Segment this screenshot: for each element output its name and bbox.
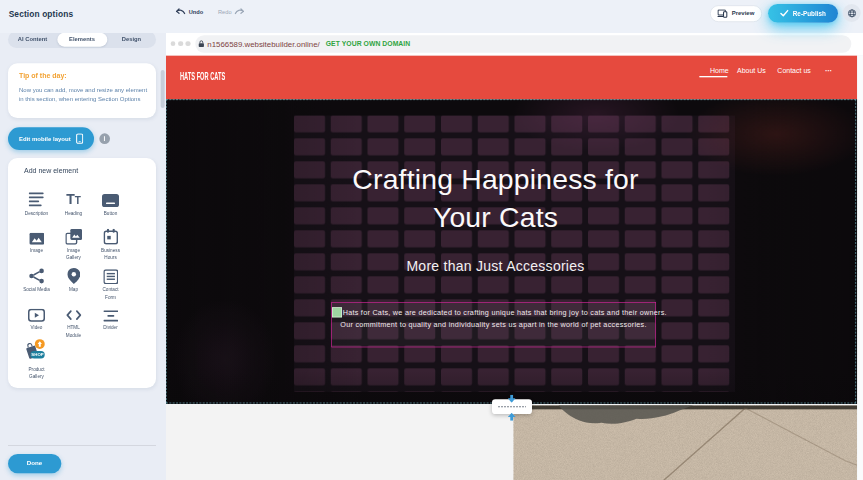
svg-text:SHOP: SHOP bbox=[32, 352, 44, 357]
